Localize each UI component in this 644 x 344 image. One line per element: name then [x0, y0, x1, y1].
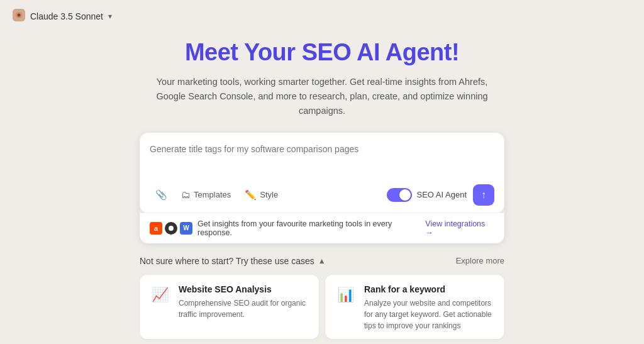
rank-keyword-icon: 📊: [334, 284, 357, 306]
card-website-seo[interactable]: 📈 Website SEO Analysis Comprehensive SEO…: [140, 275, 319, 339]
ahrefs-icon: a: [150, 222, 162, 235]
templates-button[interactable]: 🗂 Templates: [175, 186, 236, 203]
templates-label: Templates: [194, 190, 231, 199]
seo-ai-toggle[interactable]: [387, 188, 412, 202]
toolbar-left: 📎 🗂 Templates ✏️ Style: [150, 186, 284, 204]
style-label: Style: [260, 190, 278, 199]
model-chevron-icon[interactable]: ▾: [108, 12, 112, 21]
style-button[interactable]: ✏️ Style: [239, 186, 284, 204]
main-content: Meet Your SEO AI Agent! Your marketing t…: [0, 33, 644, 344]
toolbar-right: SEO AI Agent ↑: [387, 184, 495, 206]
gsc-icon: [165, 222, 177, 235]
card-title-2: Rank for a keyword: [364, 284, 496, 295]
card-content-1: Website SEO Analysis Comprehensive SEO a…: [179, 284, 310, 331]
input-container: 📎 🗂 Templates ✏️ Style: [140, 133, 504, 213]
card-content-2: Rank for a keyword Analyze your website …: [364, 284, 496, 331]
integration-icons: a W: [150, 222, 192, 235]
toggle-knob: [399, 189, 411, 201]
toggle-label: SEO AI Agent: [417, 190, 467, 199]
view-integrations-link[interactable]: View integrations →: [425, 219, 494, 237]
cards-grid: 📈 Website SEO Analysis Comprehensive SEO…: [140, 275, 504, 344]
hero-title: Meet Your SEO AI Agent!: [185, 39, 459, 66]
model-name: Claude 3.5 Sonnet: [30, 11, 103, 21]
claude-logo-icon: [13, 9, 25, 24]
top-bar: Claude 3.5 Sonnet ▾: [0, 0, 644, 33]
send-icon: ↑: [481, 189, 486, 201]
folder-icon: 🗂: [181, 189, 191, 200]
card-desc-2: Analyze your website and competitors for…: [364, 297, 496, 331]
explore-more-link[interactable]: Explore more: [456, 256, 504, 265]
integration-left: a W Get insights from your favourite mar…: [150, 219, 425, 237]
style-icon: ✏️: [245, 189, 257, 201]
card-rank-keyword[interactable]: 📊 Rank for a keyword Analyze your websit…: [325, 275, 504, 339]
website-seo-icon: 📈: [148, 284, 171, 306]
use-cases-header: Not sure where to start? Try these use c…: [140, 256, 504, 266]
hero-subtitle: Your marketing tools, working smarter to…: [146, 75, 498, 119]
card-title-1: Website SEO Analysis: [179, 284, 310, 295]
semrush-icon: W: [180, 222, 192, 235]
input-wrapper: 📎 🗂 Templates ✏️ Style: [140, 133, 504, 243]
svg-point-1: [18, 14, 21, 17]
use-cases-title-row: Not sure where to start? Try these use c…: [140, 256, 326, 266]
prompt-input[interactable]: [150, 143, 494, 175]
integration-text: Get insights from your favourite marketi…: [197, 219, 425, 237]
card-desc-1: Comprehensive SEO audit for organic traf…: [179, 297, 310, 320]
integration-bar: a W Get insights from your favourite mar…: [140, 213, 504, 243]
input-toolbar: 📎 🗂 Templates ✏️ Style: [150, 184, 494, 206]
use-cases-heading: Not sure where to start? Try these use c…: [140, 256, 314, 266]
attach-button[interactable]: 📎: [150, 186, 173, 204]
seo-toggle-container: SEO AI Agent: [387, 188, 467, 202]
attach-icon: 📎: [155, 189, 167, 201]
send-button[interactable]: ↑: [473, 184, 494, 206]
collapse-icon[interactable]: ▲: [318, 257, 326, 265]
